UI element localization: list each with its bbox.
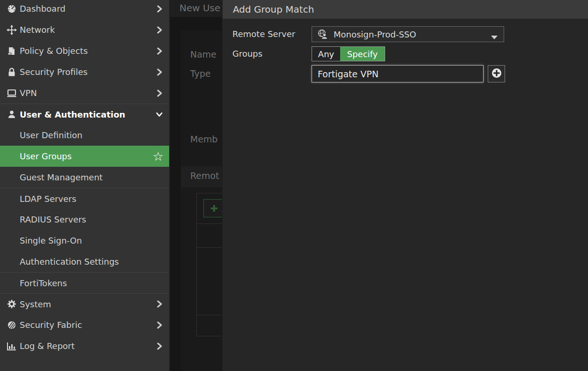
sidebar-item-system[interactable]: System	[0, 293, 169, 314]
chevron-right-icon	[156, 343, 163, 349]
chevron-right-icon	[156, 27, 163, 33]
sidebar-item-security-fabric[interactable]: Security Fabric	[0, 314, 169, 335]
person-icon	[6, 109, 17, 120]
sidebar-item-ldap-servers[interactable]: LDAP Servers	[0, 188, 169, 209]
groups-specify-button[interactable]: Specify	[340, 47, 385, 61]
caret-down-icon	[491, 33, 498, 42]
sidebar-item-label: Security Profiles	[20, 67, 88, 77]
sidebar-item-radius-servers[interactable]: RADIUS Servers	[0, 209, 169, 230]
modal-header: Add Group Match	[223, 0, 588, 19]
chevron-right-icon	[156, 69, 163, 75]
sidebar-item-label: Policy & Objects	[20, 46, 88, 56]
members-field-label: Memb	[190, 134, 218, 144]
remote-server-dropdown[interactable]: Monosign-Prod-SSO	[312, 26, 504, 42]
remote-server-value: Monosign-Prod-SSO	[334, 30, 416, 39]
chevron-right-icon	[156, 322, 163, 328]
type-field-label: Type	[190, 68, 211, 79]
sidebar-nav: Dashboard Network	[0, 0, 169, 356]
groups-mode-toggle: Any Specify	[312, 46, 385, 61]
chevron-right-icon	[156, 90, 163, 96]
sidebar-item-label: User Definition	[20, 130, 82, 140]
document-icon	[6, 45, 17, 57]
sidebar-item-user-definition[interactable]: User Definition	[0, 125, 169, 146]
sidebar-item-dashboard[interactable]: Dashboard	[0, 0, 169, 19]
sidebar-item-label: Authentication Settings	[20, 257, 119, 267]
sidebar-item-user-authentication[interactable]: User & Authentication	[0, 104, 169, 125]
sidebar-item-user-groups[interactable]: User Groups ☆	[0, 146, 169, 167]
circle-plus-icon	[491, 67, 502, 81]
sidebar-item-policy-objects[interactable]: Policy & Objects	[0, 40, 169, 61]
fortigate-screen: Dashboard Network	[0, 0, 588, 371]
sidebar-item-label: Dashboard	[20, 4, 66, 14]
sidebar-item-security-profiles[interactable]: Security Profiles	[0, 61, 169, 82]
plus-icon	[210, 205, 218, 212]
background-page-title: New Use	[179, 2, 220, 14]
sidebar-item-network[interactable]: Network	[0, 19, 169, 40]
chevron-right-icon	[156, 6, 163, 12]
sidebar-item-vpn[interactable]: VPN	[0, 82, 169, 104]
gear-icon	[6, 298, 17, 310]
sidebar-item-authentication-settings[interactable]: Authentication Settings	[0, 251, 169, 272]
sidebar-item-fortitokens[interactable]: FortiTokens	[0, 272, 169, 293]
sidebar-item-label: FortiTokens	[20, 278, 67, 288]
sidebar-item-label: LDAP Servers	[20, 194, 76, 204]
sidebar-item-guest-management[interactable]: Guest Management	[0, 167, 169, 188]
add-group-entry-button[interactable]	[488, 65, 505, 82]
sidebar-item-label: System	[20, 299, 51, 309]
modal-title: Add Group Match	[233, 4, 314, 15]
monitor-icon	[6, 88, 17, 99]
groups-label: Groups	[232, 46, 262, 61]
hatched-globe-icon	[6, 319, 17, 331]
gauge-icon	[6, 3, 17, 15]
sidebar-item-label: RADIUS Servers	[20, 215, 86, 224]
group-name-input[interactable]	[312, 65, 484, 82]
remote-server-label: Remote Server	[232, 26, 295, 42]
move-arrows-icon	[6, 24, 17, 36]
groups-any-button[interactable]: Any	[312, 47, 340, 61]
add-group-match-panel: Add Group Match Remote Server Monosign-P…	[222, 0, 588, 371]
sidebar-item-label: Guest Management	[20, 172, 103, 182]
sidebar-item-log-report[interactable]: Log & Report	[0, 335, 169, 356]
sidebar-item-label: User Groups	[20, 151, 72, 161]
sidebar-item-label: Security Fabric	[20, 320, 82, 330]
remote-groups-label: Remot	[190, 171, 219, 181]
sidebar-item-label: VPN	[20, 88, 37, 98]
sidebar-item-single-sign-on[interactable]: Single Sign-On	[0, 230, 169, 251]
remote-server-icon	[317, 29, 328, 40]
bar-chart-icon	[6, 341, 17, 352]
chevron-right-icon	[156, 301, 163, 307]
chevron-down-icon	[156, 111, 163, 118]
lock-icon	[6, 67, 17, 78]
name-field-label: Name	[190, 49, 216, 59]
sidebar-item-label: Single Sign-On	[20, 236, 82, 245]
sidebar-item-label: Log & Report	[20, 341, 74, 351]
favorite-star-icon[interactable]: ☆	[153, 150, 164, 163]
chevron-right-icon	[156, 48, 163, 54]
sidebar: Dashboard Network	[0, 0, 170, 371]
sidebar-item-label: User & Authentication	[20, 110, 125, 119]
sidebar-item-label: Network	[20, 25, 55, 35]
